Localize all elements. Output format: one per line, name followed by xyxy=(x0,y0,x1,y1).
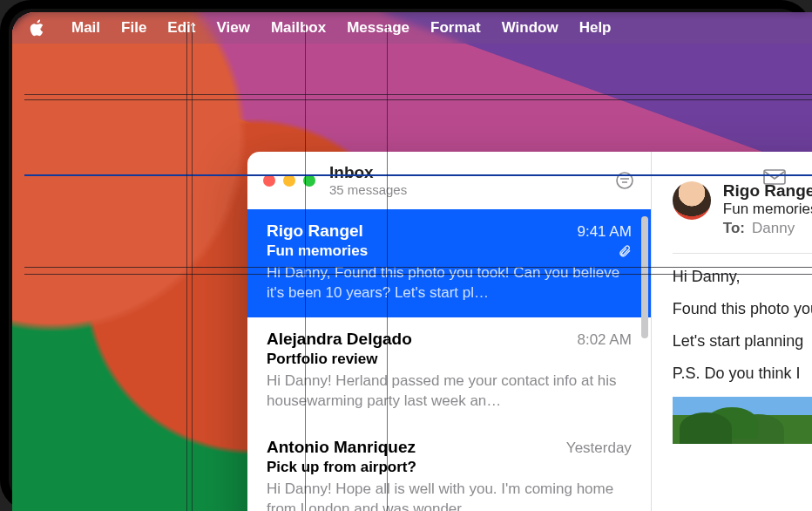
message-subject: Portfolio review xyxy=(267,351,378,368)
device-frame: Mail File Edit View Mailbox Message Form… xyxy=(0,0,812,511)
menubar-app-name[interactable]: Mail xyxy=(71,19,100,37)
message-time: 8:02 AM xyxy=(577,331,631,349)
svg-rect-1 xyxy=(764,170,785,184)
message-subject: Pick up from airport? xyxy=(267,459,416,476)
message-row[interactable]: Rigo Rangel 9:41 AM Fun memories Hi Dann… xyxy=(247,209,651,317)
mailbox-title-block: Inbox 35 messages xyxy=(329,163,600,199)
filter-icon[interactable] xyxy=(614,170,635,191)
toolbar-right xyxy=(763,167,812,188)
divider xyxy=(673,253,812,254)
avatar xyxy=(673,181,711,220)
message-list-pane: Inbox 35 messages Rigo Rangel 9:41 AM xyxy=(247,152,652,511)
reader-to: To:Danny xyxy=(723,220,812,237)
message-from: Alejandra Delgado xyxy=(267,330,412,349)
reader-to-name: Danny xyxy=(752,220,795,236)
minimize-button[interactable] xyxy=(283,174,295,187)
message-list[interactable]: Rigo Rangel 9:41 AM Fun memories Hi Dann… xyxy=(247,209,651,511)
message-row[interactable]: Alejandra Delgado 8:02 AM Portfolio revi… xyxy=(247,317,651,426)
menubar: Mail File Edit View Mailbox Message Form… xyxy=(12,12,812,44)
window-titlebar: Inbox 35 messages xyxy=(247,152,651,209)
reader-body: Hi Danny, Found this photo you took! Let… xyxy=(673,268,812,383)
message-subject: Fun memories xyxy=(267,242,368,260)
reader-to-label: To: xyxy=(723,220,745,236)
reader-subject: Fun memories xyxy=(723,201,812,218)
reading-pane: Rigo Rangel Fun memories To:Danny Hi Dan… xyxy=(652,152,812,511)
menubar-item-help[interactable]: Help xyxy=(579,19,612,37)
scrollbar-thumb[interactable] xyxy=(641,216,648,338)
body-line: Found this photo you took! xyxy=(673,300,812,318)
close-button[interactable] xyxy=(263,174,275,187)
menubar-item-format[interactable]: Format xyxy=(430,19,481,37)
attachment-icon xyxy=(618,244,632,258)
mail-window: Inbox 35 messages Rigo Rangel 9:41 AM xyxy=(247,152,812,511)
attachment-image[interactable] xyxy=(673,397,812,444)
message-from: Antonio Manriquez xyxy=(267,438,416,457)
reader-header: Rigo Rangel Fun memories To:Danny xyxy=(673,181,812,237)
message-row[interactable]: Antonio Manriquez Yesterday Pick up from… xyxy=(247,426,651,511)
menubar-item-window[interactable]: Window xyxy=(502,19,558,37)
message-preview: Hi Danny! Hope all is well with you. I'm… xyxy=(267,480,632,511)
message-preview: Hi Danny, Found this photo you took! Can… xyxy=(267,263,632,303)
body-line: P.S. Do you think I xyxy=(673,365,812,383)
menubar-item-mailbox[interactable]: Mailbox xyxy=(271,19,326,37)
mailbox-title: Inbox xyxy=(329,163,600,183)
message-time: Yesterday xyxy=(566,439,632,457)
traffic-lights xyxy=(263,174,315,187)
body-line: Let's start planning xyxy=(673,332,812,351)
menubar-item-file[interactable]: File xyxy=(121,19,146,37)
zoom-button[interactable] xyxy=(303,174,315,187)
message-time: 9:41 AM xyxy=(577,223,631,241)
body-line: Hi Danny, xyxy=(673,268,812,286)
menubar-item-message[interactable]: Message xyxy=(347,19,409,37)
menubar-item-view[interactable]: View xyxy=(216,19,249,37)
apple-menu-icon[interactable] xyxy=(30,19,51,37)
menubar-item-edit[interactable]: Edit xyxy=(167,19,195,37)
svg-point-0 xyxy=(617,173,633,188)
screen: Mail File Edit View Mailbox Message Form… xyxy=(12,12,812,511)
message-from: Rigo Rangel xyxy=(267,221,363,241)
new-mail-icon[interactable] xyxy=(763,167,786,188)
mailbox-subtitle: 35 messages xyxy=(329,182,600,198)
message-preview: Hi Danny! Herland passed me your contact… xyxy=(267,371,632,412)
